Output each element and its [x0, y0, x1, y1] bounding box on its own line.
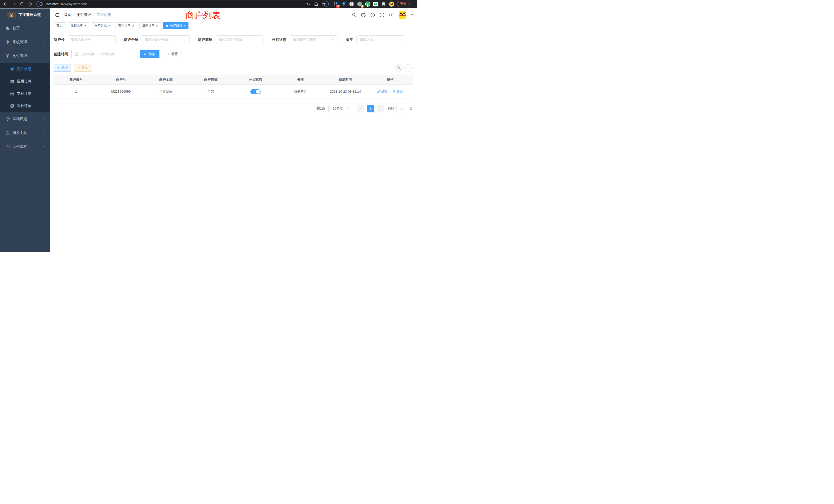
- recorder-extension-icon[interactable]: 1: [357, 1, 363, 7]
- site-info-icon[interactable]: [39, 2, 44, 7]
- reset-button[interactable]: 重置: [162, 50, 182, 58]
- sidebar-item-system[interactable]: 系统管理: [0, 35, 50, 49]
- sidebar-collapse-icon[interactable]: [54, 12, 60, 18]
- yen-circle-icon: ¥: [10, 92, 14, 96]
- edit-link[interactable]: 修改: [377, 89, 388, 94]
- sidebar-item-label: 基础设施: [13, 117, 42, 121]
- merchant-no-label: 商户号: [54, 38, 64, 42]
- extensions-puzzle-icon[interactable]: [380, 1, 387, 7]
- sidebar-item-home[interactable]: 首页: [0, 21, 50, 35]
- emoji-extension-icon[interactable]: [389, 1, 394, 7]
- browser-forward-button[interactable]: [10, 1, 17, 7]
- tab-user-group[interactable]: 用户分组: [92, 22, 113, 29]
- tab-home[interactable]: 首页: [54, 22, 65, 29]
- page-number-button[interactable]: 1: [367, 105, 374, 112]
- toggle-search-button[interactable]: [395, 64, 403, 72]
- tab-refund-order[interactable]: 退款订单: [139, 22, 161, 29]
- share-icon[interactable]: [313, 1, 320, 7]
- create-time-range-picker[interactable]: 开始日期 - 结束日期: [71, 50, 131, 58]
- yudao-extension-icon[interactable]: y: [365, 1, 371, 7]
- search-button[interactable]: 搜索: [140, 50, 159, 58]
- goto-page-input[interactable]: [396, 105, 407, 112]
- password-key-icon[interactable]: [305, 1, 312, 7]
- address-bar[interactable]: localhost:1024/pay/merchant: [37, 1, 329, 7]
- sidebar: 🐰 芋道管理系统 首页 系统管理 ¥ 支付管理: [0, 8, 50, 252]
- svg-text:¥: ¥: [11, 92, 13, 95]
- top-navbar: 首页 / 支付管理 / 商户信息 ? t: [50, 8, 417, 21]
- sidebar-item-pay-order[interactable]: ¥ 支付订单: [0, 88, 50, 100]
- bookmark-star-icon[interactable]: [321, 1, 327, 7]
- user-avatar[interactable]: [399, 11, 406, 19]
- add-button[interactable]: 新增: [54, 64, 71, 72]
- url-text: localhost:1024/pay/merchant: [46, 2, 303, 6]
- sidebar-item-merchant-info[interactable]: 商户信息: [0, 63, 50, 75]
- short-name-input[interactable]: [216, 36, 263, 44]
- export-button[interactable]: 导出: [74, 64, 91, 72]
- merchant-no-input[interactable]: [68, 36, 115, 44]
- sidebar-item-workflow[interactable]: 工作流程: [0, 140, 50, 154]
- refresh-table-button[interactable]: [405, 64, 413, 72]
- col-short-name: 商户简称: [188, 75, 233, 85]
- calendar-icon: [74, 52, 78, 56]
- reset-button-label: 重置: [171, 52, 178, 56]
- help-icon[interactable]: ?: [370, 13, 375, 18]
- command-extension-icon[interactable]: [349, 1, 355, 7]
- tab-pay-order[interactable]: 支付订单: [115, 22, 137, 29]
- next-page-button[interactable]: [377, 105, 385, 112]
- annotation-merchant-list: 商户列表: [185, 9, 221, 21]
- create-time-label: 创建时间: [54, 52, 68, 56]
- sidebar-item-app-info[interactable]: 应用信息: [0, 75, 50, 88]
- search-icon[interactable]: [352, 13, 356, 17]
- browser-reload-button[interactable]: [19, 1, 25, 7]
- close-icon[interactable]: [132, 25, 134, 27]
- close-icon[interactable]: [156, 25, 158, 27]
- prev-page-button[interactable]: [357, 105, 364, 112]
- app-logo: 🐰: [7, 12, 16, 18]
- chat-extension-icon[interactable]: [373, 1, 378, 7]
- start-date-placeholder: 开始日期: [81, 52, 94, 56]
- toolbox-icon: [5, 131, 10, 135]
- full-name-input[interactable]: [142, 36, 190, 44]
- sidebar-item-infrastructure[interactable]: 基础设施: [0, 112, 50, 126]
- breadcrumb-payment[interactable]: 支付管理: [77, 13, 91, 17]
- status-toggle[interactable]: [250, 89, 261, 94]
- tasks-extension-icon[interactable]: 10: [333, 1, 339, 7]
- search-icon: [144, 52, 147, 56]
- sidebar-item-payment[interactable]: ¥ 支付管理: [0, 49, 50, 63]
- sidebar-item-refund-order[interactable]: 退款订单: [0, 100, 50, 112]
- svg-text:T: T: [391, 13, 393, 17]
- app-logo-row[interactable]: 🐰 芋道管理系统: [0, 8, 50, 21]
- browser-menu-button[interactable]: [411, 2, 415, 6]
- status-select[interactable]: 请选择开启状态: [290, 36, 337, 44]
- remark-input[interactable]: [356, 36, 404, 44]
- breadcrumb-home[interactable]: 首页: [64, 13, 71, 17]
- tab-merchant-info[interactable]: 商户信息: [163, 22, 189, 29]
- fullscreen-icon[interactable]: [379, 13, 385, 18]
- sidebar-item-label: 支付管理: [13, 54, 42, 58]
- sidebar-item-label: 支付订单: [17, 91, 45, 96]
- cell-merchant-id: 1: [54, 85, 98, 98]
- close-icon[interactable]: [85, 25, 87, 27]
- monitor-icon: [5, 117, 10, 121]
- cell-short-name: 芋艿: [188, 85, 233, 98]
- pin-extension-icon[interactable]: [341, 1, 347, 7]
- remark-label: 备注: [346, 38, 353, 42]
- merchant-table: 商户编号 商户号 商户全称 商户简称 开启状态 备注 创建时间 操作 1 M23…: [54, 75, 413, 99]
- tab-label: 流程表单: [71, 23, 83, 28]
- avatar-dropdown-caret-icon[interactable]: [411, 14, 413, 16]
- delete-link[interactable]: 删除: [393, 89, 403, 94]
- close-icon[interactable]: [108, 25, 110, 27]
- browser-home-button[interactable]: [27, 1, 34, 7]
- sidebar-item-dev-tools[interactable]: 研发工具: [0, 126, 50, 140]
- github-icon[interactable]: [361, 12, 366, 18]
- font-size-icon[interactable]: tT: [389, 13, 394, 17]
- goto-label: 前往: [388, 106, 394, 111]
- page-size-select[interactable]: 10条/页: [328, 105, 353, 112]
- grid-icon: [10, 79, 14, 84]
- browser-update-button[interactable]: 更新: [397, 1, 410, 7]
- tab-process-form[interactable]: 流程表单: [68, 22, 89, 29]
- browser-back-button[interactable]: [2, 1, 9, 7]
- status-label: 开启状态: [272, 38, 286, 42]
- gear-icon: [5, 40, 10, 44]
- close-icon[interactable]: [183, 25, 185, 27]
